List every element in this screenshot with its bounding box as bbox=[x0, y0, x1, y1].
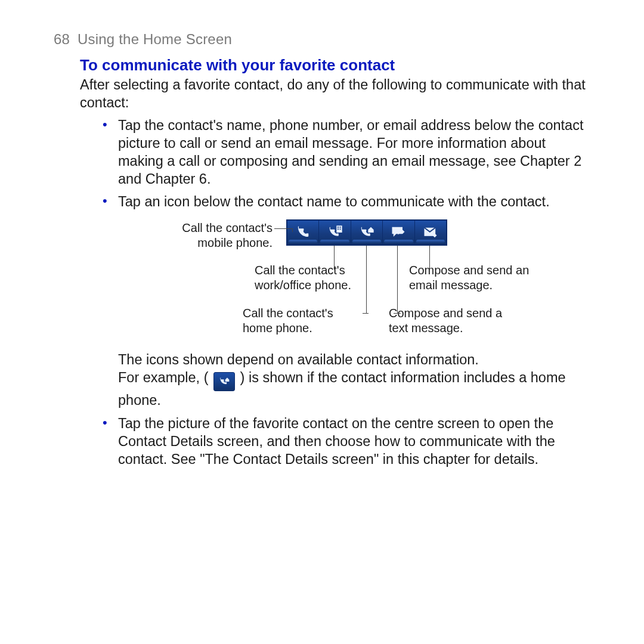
leader-line bbox=[363, 313, 369, 314]
contact-icon-bar bbox=[286, 219, 447, 246]
label-call-work: Call the contact's work/office phone. bbox=[255, 263, 374, 293]
leader-line bbox=[366, 246, 367, 313]
page-header: 68 Using the Home Screen bbox=[54, 31, 590, 48]
call-mobile-icon bbox=[287, 221, 318, 244]
manual-page: 68 Using the Home Screen To communicate … bbox=[0, 0, 644, 644]
leader-line bbox=[429, 246, 430, 270]
bullet-item-3: Tap the picture of the favorite contact … bbox=[118, 414, 590, 468]
section-heading: To communicate with your favorite contac… bbox=[80, 56, 590, 75]
compose-email-icon bbox=[415, 221, 446, 244]
page-number: 68 bbox=[54, 31, 70, 47]
chapter-title: Using the Home Screen bbox=[78, 31, 232, 47]
note-line-1: The icons shown depend on available cont… bbox=[118, 352, 479, 367]
leader-line bbox=[394, 313, 401, 314]
home-phone-inline-icon bbox=[213, 372, 235, 391]
label-compose-text: Compose and send a text message. bbox=[389, 306, 520, 336]
svg-rect-3 bbox=[338, 228, 339, 230]
bullet-item-1: Tap the contact's name, phone number, or… bbox=[118, 116, 590, 188]
compose-text-icon bbox=[383, 221, 414, 244]
svg-rect-4 bbox=[339, 228, 340, 230]
bullet-item-2-text: Tap an icon below the contact name to co… bbox=[118, 194, 550, 209]
label-call-mobile: Call the contact's mobile phone. bbox=[162, 221, 273, 250]
leader-line bbox=[292, 228, 293, 232]
call-work-icon bbox=[319, 221, 350, 244]
intro-text: After selecting a favorite contact, do a… bbox=[80, 76, 588, 112]
bullet-list: Tap the contact's name, phone number, or… bbox=[54, 116, 590, 468]
call-home-icon bbox=[351, 221, 382, 244]
icons-note: The icons shown depend on available cont… bbox=[118, 351, 588, 410]
leader-line bbox=[334, 246, 335, 270]
label-call-home: Call the contact's home phone. bbox=[243, 306, 362, 336]
label-compose-email: Compose and send an email message. bbox=[409, 263, 540, 293]
bullet-item-2: Tap an icon below the contact name to co… bbox=[118, 193, 590, 409]
leader-line bbox=[397, 246, 398, 313]
svg-rect-2 bbox=[339, 227, 340, 228]
svg-rect-0 bbox=[336, 225, 342, 233]
note-pre: For example, ( bbox=[118, 370, 209, 385]
contact-icons-diagram: Call the contact's mobile phone. Call th… bbox=[126, 219, 580, 345]
leader-line bbox=[274, 228, 292, 229]
svg-rect-1 bbox=[338, 227, 339, 228]
